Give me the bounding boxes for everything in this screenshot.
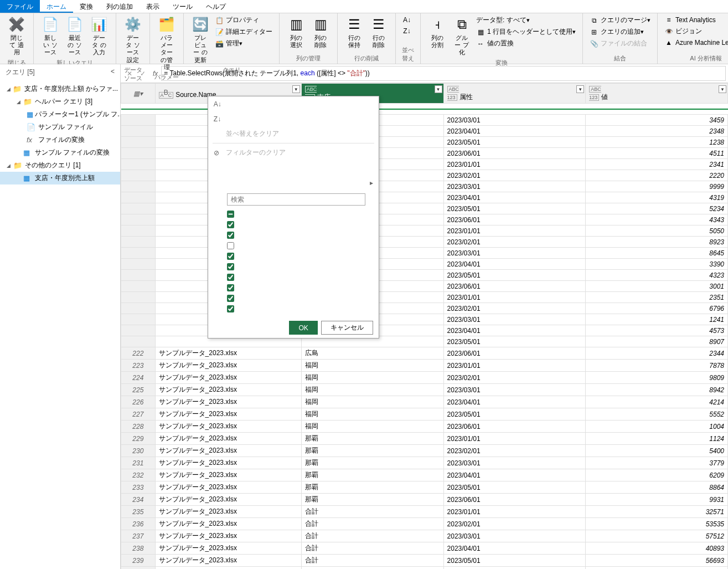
table-row[interactable]: 228 サンプルデータ_2023.xlsx 福岡 2023/06/01 1004 <box>121 421 728 433</box>
table-row[interactable]: 231 サンプルデータ_2023.xlsx 那覇 2023/03/01 3779 <box>121 457 728 469</box>
remove-rows-button[interactable]: ☰行の 削除 <box>366 14 391 50</box>
tree-item-selected-query[interactable]: ▦支店・年度別売上額 <box>0 172 120 184</box>
table-row[interactable]: 224 サンプルデータ_2023.xlsx 福岡 2023/02/01 9809 <box>121 372 728 384</box>
check-item[interactable]: 京都 <box>227 219 365 230</box>
table-row[interactable]: 229 サンプルデータ_2023.xlsx 那覇 2023/01/01 1124 <box>121 433 728 445</box>
text-analytics-button[interactable]: ≡Text Analytics <box>662 14 728 25</box>
keep-rows-button[interactable]: ☰行の 保持 <box>342 14 366 50</box>
table-row[interactable]: 233 サンプルデータ_2023.xlsx 那覇 2023/05/01 8864 <box>121 481 728 494</box>
check-item[interactable]: 合計 <box>227 240 365 251</box>
sort-asc-menuitem[interactable]: A↓昇順で並べ替え <box>208 96 379 111</box>
formula-cancel-icon[interactable]: ✕ <box>123 67 136 80</box>
advanced-editor-button[interactable]: 📝詳細エディター <box>213 26 275 38</box>
corner-cell[interactable]: ▦▾ <box>121 84 156 104</box>
check-item[interactable]: 新宿 <box>227 283 365 293</box>
remove-empty-menuitem[interactable]: 空の削除 <box>208 160 379 175</box>
data-source-settings-button[interactable]: ⚙️データ ソ ース設定 <box>121 14 145 65</box>
append-queries-button[interactable]: ⊞クエリの追加 ▾ <box>587 26 653 38</box>
combine-files-button[interactable]: 📎ファイルの結合 <box>587 38 653 49</box>
checkbox[interactable] <box>227 263 234 270</box>
sort-desc-menuitem[interactable]: Z↓降順で並べ替え <box>208 111 379 126</box>
collapse-panel-icon[interactable]: < <box>111 68 115 77</box>
tree-item-param1[interactable]: ▦パラメーター1 (サンプル フ... <box>0 108 120 121</box>
check-item[interactable]: 大阪 <box>227 262 365 272</box>
filter-dropdown-icon[interactable]: ▼ <box>435 85 442 93</box>
formula-input[interactable]: = Table.SelectRows(展開された テーブル列1, each ([… <box>161 66 726 81</box>
cancel-button[interactable]: キャンセル <box>321 321 373 335</box>
checkbox[interactable] <box>227 274 234 281</box>
properties-button[interactable]: 📋プロパティ <box>213 14 275 26</box>
split-column-button[interactable]: ⫞列の 分割 <box>425 14 450 50</box>
menu-home[interactable]: ホーム <box>40 0 73 13</box>
group-by-button[interactable]: ⧉グルー プ化 <box>450 14 474 58</box>
check-select-all[interactable]: (すべて選択) <box>227 209 365 219</box>
table-row[interactable]: 237 サンプルデータ_2023.xlsx 合計 2023/03/01 5751… <box>121 530 728 542</box>
table-row[interactable]: 238 サンプルデータ_2023.xlsx 合計 2023/04/01 4089… <box>121 542 728 555</box>
ok-button[interactable]: OK <box>289 321 317 335</box>
remove-columns-button[interactable]: ▥列の 削除 <box>308 14 333 50</box>
menu-view[interactable]: 表示 <box>140 0 166 13</box>
filter-dropdown-icon[interactable]: ▼ <box>576 85 584 93</box>
datatype-button[interactable]: データ型: すべて ▾ <box>474 14 578 26</box>
tree-item-file-transform[interactable]: fxファイルの変換 <box>0 134 120 146</box>
check-item[interactable]: 広島 <box>227 272 365 283</box>
refresh-preview-button[interactable]: 🔄プレビュー の更新 <box>188 14 213 65</box>
sort-asc-button[interactable]: A↓ <box>400 14 416 25</box>
azure-ml-button[interactable]: ▲Azure Machine Learning <box>662 37 728 48</box>
filter-search-input[interactable] <box>227 193 365 206</box>
menu-transform[interactable]: 変換 <box>73 0 100 13</box>
checkbox[interactable] <box>227 295 234 302</box>
table-row[interactable]: 230 サンプルデータ_2023.xlsx 那覇 2023/02/01 5400 <box>121 445 728 457</box>
table-row[interactable]: 226 サンプルデータ_2023.xlsx 福岡 2023/04/01 4214 <box>121 396 728 408</box>
sort-desc-button[interactable]: Z↓ <box>400 25 416 37</box>
checkbox[interactable] <box>227 253 234 260</box>
table-row[interactable]: 223 サンプルデータ_2023.xlsx 福岡 2023/01/01 7878 <box>121 360 728 372</box>
tree-item-sample-transform[interactable]: ▦サンプル ファイルの変換 <box>0 146 120 159</box>
checkbox[interactable] <box>227 242 234 249</box>
check-item[interactable]: 札幌 <box>227 293 365 304</box>
tree-folder-main[interactable]: ◢📁支店・年度別売上額 からファ... <box>0 83 120 95</box>
menu-tools[interactable]: ツール <box>166 0 199 13</box>
close-apply-button[interactable]: ✖️ 閉じて 適用 <box>4 14 29 58</box>
text-filters-menuitem[interactable]: テキスト フィルター▸ <box>208 175 379 190</box>
filter-dropdown-icon[interactable]: ▼ <box>292 85 300 93</box>
table-row[interactable]: 234 サンプルデータ_2023.xlsx 那覇 2023/06/01 9931 <box>121 494 728 506</box>
formula-commit-icon[interactable]: ✓ <box>136 67 149 80</box>
table-row[interactable]: 227 サンプルデータ_2023.xlsx 福岡 2023/05/01 5552 <box>121 408 728 421</box>
manage-button[interactable]: 🗃️管理 ▾ <box>213 38 275 49</box>
checkbox[interactable] <box>227 232 234 239</box>
use-first-row-button[interactable]: ▦1 行目をヘッダーとして使用 ▾ <box>474 26 578 38</box>
tree-folder-helper[interactable]: ◢📁ヘルパー クエリ [3] <box>0 95 120 108</box>
checkbox-select-all[interactable] <box>227 211 234 218</box>
replace-values-button[interactable]: ↔値の置換 <box>474 38 578 49</box>
table-row[interactable]: 236 サンプルデータ_2023.xlsx 合計 2023/02/01 5353… <box>121 518 728 530</box>
menu-file[interactable]: ファイル <box>0 0 40 13</box>
merge-queries-button[interactable]: ⧉クエリのマージ ▾ <box>587 14 653 26</box>
data-grid[interactable]: ▦▾ ABCSource.Name▼ ABC123支店▼ A↓昇順で並べ替え Z… <box>121 83 728 569</box>
table-row[interactable]: 235 サンプルデータ_2023.xlsx 合計 2023/01/01 3257… <box>121 506 728 518</box>
checkbox[interactable] <box>227 284 234 291</box>
enter-data-button[interactable]: 📊データ の入力 <box>87 14 111 58</box>
recent-sources-button[interactable]: 📄最近の ソース <box>63 14 87 58</box>
choose-columns-button[interactable]: ▥列の 選択 <box>284 14 308 50</box>
tree-folder-other[interactable]: ◢📁その他のクエリ [1] <box>0 159 120 172</box>
col-header-attribute[interactable]: ABC123属性▼ <box>443 84 586 104</box>
new-source-button[interactable]: 📄新しい ソース <box>38 14 63 58</box>
table-row[interactable]: 225 サンプルデータ_2023.xlsx 福岡 2023/03/01 8942 <box>121 384 728 396</box>
table-row[interactable]: 239 サンプルデータ_2023.xlsx 合計 2023/05/01 5669… <box>121 555 728 567</box>
table-row[interactable]: 222 サンプルデータ_2023.xlsx 広島 2023/06/01 2344 <box>121 347 728 360</box>
menu-help[interactable]: ヘルプ <box>199 0 233 13</box>
table-row[interactable]: 232 サンプルデータ_2023.xlsx 那覇 2023/04/01 6209 <box>121 469 728 481</box>
col-header-value[interactable]: ABC123値▼ <box>586 84 728 104</box>
check-item[interactable]: 福岡 <box>227 304 365 314</box>
menu-addcolumn[interactable]: 列の追加 <box>100 0 140 13</box>
checkbox[interactable] <box>227 221 234 228</box>
tree-item-sample-file[interactable]: 📄サンプル ファイル <box>0 121 120 134</box>
checkbox[interactable] <box>227 305 234 312</box>
check-item[interactable]: 名古屋 <box>227 251 365 262</box>
table-row[interactable]: 240 サンプルデータ_2023.xlsx 合計 2023/06/01 3107… <box>121 567 728 570</box>
filter-dropdown-icon[interactable]: ▼ <box>719 85 726 93</box>
manage-params-button[interactable]: 🗂️パラメーター の管理 <box>154 14 179 72</box>
check-item[interactable]: 仙台 <box>227 230 365 240</box>
vision-button[interactable]: 👁️ビジョン <box>662 25 728 37</box>
